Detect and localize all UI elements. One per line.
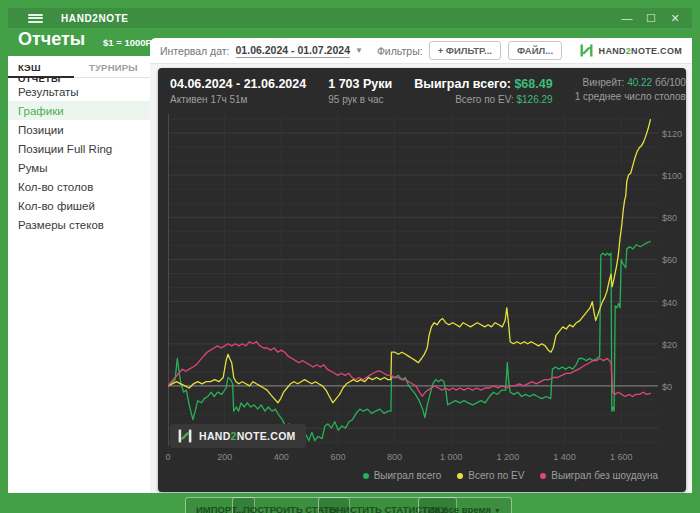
hands-count: 1 703 Руки: [328, 77, 392, 91]
main-area: Интервал дат: 01.06.2024 - 01.07.2024 ▼ …: [150, 38, 692, 493]
footer-bar: ИМПОРТ... ПОСТРОИТЬ СТАТЫ ОЧИСТИТЬ СТАТИ…: [8, 493, 692, 513]
sidebar-item-chip-count[interactable]: Кол-во фишей: [8, 196, 150, 215]
sidebar-item-positions-full-ring[interactable]: Позиции Full Ring: [8, 139, 150, 158]
sidebar-item-results[interactable]: Результаты: [8, 82, 150, 101]
series-line-0: [168, 242, 650, 443]
hand2note-brand: HAND2NOTE.COM: [579, 43, 682, 58]
maximize-button[interactable]: ☐: [644, 12, 658, 25]
add-filter-button[interactable]: + ФИЛЬТР...: [429, 41, 501, 60]
x-tick-label: 1 600: [610, 452, 633, 462]
filters-label: Фильтры:: [377, 45, 423, 57]
y-tick-label: $120: [662, 129, 682, 139]
chart-legend: Выиграл всего Всего по EV Выиграл без шо…: [363, 470, 658, 481]
legend-won-no-showdown[interactable]: Выиграл без шоудауна: [540, 470, 658, 481]
report-period: 04.06.2024 - 21.06.2024: [170, 77, 306, 91]
sidebar-item-table-count[interactable]: Кол-во столов: [8, 177, 150, 196]
legend-ev-total[interactable]: Всего по EV: [457, 470, 524, 481]
x-tick-label: 800: [387, 452, 402, 462]
x-tick-label: 1 200: [497, 452, 520, 462]
avg-tables: 1 среднее число столов: [575, 91, 686, 102]
chart: $0$20$40$60$80$100$120 02004006008001 00…: [158, 112, 686, 492]
minimize-button[interactable]: —: [620, 12, 634, 24]
hand2note-logo-icon: [579, 43, 594, 58]
hand2note-watermark: HAND2NOTE.COM: [170, 424, 306, 448]
series-line-2: [168, 342, 650, 397]
window-title: HAND2NOTE: [61, 13, 129, 24]
ev-total: Всего по EV: $126.29: [414, 94, 552, 105]
sidebar-item-rooms[interactable]: Румы: [8, 158, 150, 177]
y-tick-label: $40: [662, 298, 677, 308]
pink-dot-icon: [540, 473, 546, 479]
x-tick-label: 1 000: [440, 452, 463, 462]
date-interval-label: Интервал дат:: [160, 45, 230, 57]
menu-icon[interactable]: [28, 14, 43, 23]
won-total: Выиграл всего: $68.49: [414, 77, 552, 91]
toolbar: Интервал дат: 01.06.2024 - 01.07.2024 ▼ …: [150, 38, 692, 64]
report-header: 04.06.2024 - 21.06.2024 Активен 17ч 51м …: [158, 68, 686, 105]
y-tick-label: $100: [662, 171, 682, 181]
y-tick-label: $0: [662, 382, 672, 392]
file-button[interactable]: ФАЙЛ...: [508, 41, 562, 60]
green-dot-icon: [363, 473, 369, 479]
sidebar-item-positions[interactable]: Позиции: [8, 120, 150, 139]
period-dropdown[interactable]: За все время ▼: [418, 497, 512, 513]
tab-cash-reports[interactable]: КЭШ ОТЧЕТЫ: [8, 56, 79, 77]
sidebar-item-graphs[interactable]: Графики: [8, 101, 150, 120]
chevron-down-icon: ▼: [355, 46, 363, 55]
sidebar: КЭШ ОТЧЕТЫ ТУРНИРЫ Результаты Графики По…: [8, 56, 150, 493]
x-tick-label: 400: [274, 452, 289, 462]
x-tick-label: 1 400: [553, 452, 576, 462]
x-tick-label: 600: [330, 452, 345, 462]
y-tick-label: $80: [662, 213, 677, 223]
report-panel: 04.06.2024 - 21.06.2024 Активен 17ч 51м …: [158, 68, 686, 492]
hand2note-logo-icon: [177, 428, 193, 444]
plot-area: [168, 114, 658, 446]
tab-tournaments[interactable]: ТУРНИРЫ: [79, 56, 150, 77]
chevron-down-icon: ▼: [494, 507, 501, 513]
y-tick-label: $20: [662, 340, 677, 350]
winrate: Винрейт: 40.22 бб/100: [575, 77, 686, 88]
close-button[interactable]: ✕: [668, 12, 682, 25]
sidebar-item-stack-sizes[interactable]: Размеры стеков: [8, 215, 150, 234]
x-tick-label: 0: [165, 452, 170, 462]
legend-won-total[interactable]: Выиграл всего: [363, 470, 442, 481]
x-tick-label: 200: [217, 452, 232, 462]
active-time: Активен 17ч 51м: [170, 94, 306, 105]
y-tick-label: $60: [662, 255, 677, 265]
hands-per-hour: 95 рук в час: [328, 94, 392, 105]
title-bar: HAND2NOTE — ☐ ✕: [8, 8, 692, 28]
page-title: Отчеты: [18, 29, 85, 50]
date-interval-value[interactable]: 01.06.2024 - 01.07.2024: [236, 44, 350, 58]
yellow-dot-icon: [457, 473, 463, 479]
